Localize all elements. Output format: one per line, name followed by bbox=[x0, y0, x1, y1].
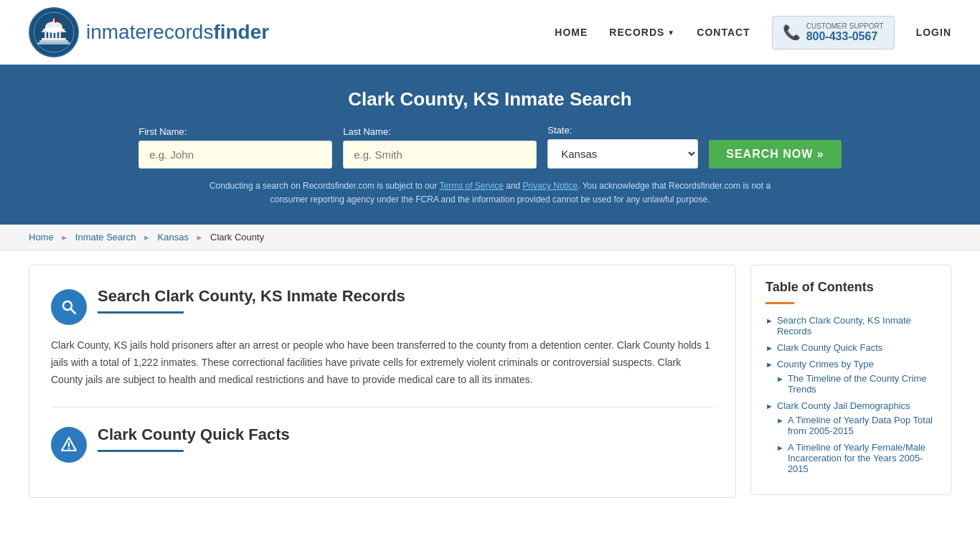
toc-link-2[interactable]: ► Clark County Quick Facts bbox=[765, 342, 936, 353]
breadcrumb-sep-3: ► bbox=[196, 233, 204, 242]
toc-link-4-1[interactable]: ► A Timeline of Yearly Data Pop Total fr… bbox=[776, 415, 936, 436]
svg-rect-11 bbox=[42, 38, 66, 40]
toc-link-3[interactable]: ► County Crimes by Type bbox=[765, 359, 936, 369]
section1-divider bbox=[98, 311, 184, 314]
toc-link-4-2[interactable]: ► A Timeline of Yearly Female/Male Incar… bbox=[776, 442, 936, 474]
first-name-label: First Name: bbox=[138, 126, 187, 137]
content-area: Search Clark County, KS Inmate Records C… bbox=[29, 265, 736, 497]
toc-divider bbox=[765, 302, 794, 304]
logo[interactable]: inmaterecordsfinder bbox=[29, 7, 269, 57]
toc-list: ► Search Clark County, KS Inmate Records… bbox=[765, 315, 936, 474]
toc-sub-4: ► A Timeline of Yearly Data Pop Total fr… bbox=[776, 415, 936, 474]
svg-rect-9 bbox=[55, 32, 57, 38]
breadcrumb: Home ► Inmate Search ► Kansas ► Clark Co… bbox=[0, 225, 980, 250]
main-nav: HOME RECORDS ▼ CONTACT 📞 CUSTOMER SUPPOR… bbox=[555, 16, 951, 50]
search-form: First Name: Last Name: State: Kansas Ala… bbox=[29, 125, 951, 169]
first-name-group: First Name: bbox=[138, 126, 332, 169]
customer-support-box: 📞 CUSTOMER SUPPORT 800-433-0567 bbox=[772, 16, 895, 50]
section2-header: Clark County Quick Facts bbox=[51, 425, 714, 465]
svg-rect-7 bbox=[48, 32, 50, 38]
svg-line-17 bbox=[71, 309, 75, 314]
toc-item-1: ► Search Clark County, KS Inmate Records bbox=[765, 315, 936, 336]
state-group: State: Kansas Alabama Alaska Arizona Cal… bbox=[547, 125, 698, 169]
site-header: inmaterecordsfinder HOME RECORDS ▼ CONTA… bbox=[0, 0, 980, 67]
logo-icon bbox=[29, 7, 79, 57]
nav-records[interactable]: RECORDS ▼ bbox=[609, 27, 675, 38]
magnifier-icon bbox=[60, 298, 77, 316]
hero-title: Clark County, KS Inmate Search bbox=[29, 88, 951, 110]
section-separator bbox=[51, 407, 714, 408]
toc-link-4[interactable]: ► Clark County Jail Demographics bbox=[765, 400, 936, 411]
section2: Clark County Quick Facts bbox=[51, 425, 714, 465]
nav-home[interactable]: HOME bbox=[555, 27, 588, 38]
section1-body: Clark County, KS jails hold prisoners af… bbox=[51, 337, 714, 388]
breadcrumb-clark-county: Clark County bbox=[210, 232, 264, 242]
svg-rect-15 bbox=[37, 42, 70, 44]
toc-item-2: ► Clark County Quick Facts bbox=[765, 342, 936, 353]
svg-rect-3 bbox=[45, 27, 62, 29]
toc-item-4-2: ► A Timeline of Yearly Female/Male Incar… bbox=[776, 442, 936, 474]
state-label: State: bbox=[547, 125, 572, 136]
main-content: Search Clark County, KS Inmate Records C… bbox=[0, 250, 980, 512]
alert-icon bbox=[60, 436, 77, 453]
svg-rect-5 bbox=[42, 31, 66, 32]
sidebar: Table of Contents ► Search Clark County,… bbox=[750, 265, 951, 497]
svg-rect-8 bbox=[52, 32, 54, 38]
toc-link-3-1[interactable]: ► The Timeline of the County Crime Trend… bbox=[776, 373, 936, 395]
headphone-icon: 📞 bbox=[783, 24, 801, 41]
first-name-input[interactable] bbox=[138, 141, 332, 169]
breadcrumb-sep-2: ► bbox=[143, 233, 151, 242]
svg-rect-14 bbox=[39, 40, 68, 42]
hero-section: Clark County, KS Inmate Search First Nam… bbox=[0, 67, 980, 225]
support-phone: 800-433-0567 bbox=[806, 30, 884, 43]
breadcrumb-sep-1: ► bbox=[60, 233, 68, 242]
toc-box: Table of Contents ► Search Clark County,… bbox=[750, 265, 951, 495]
toc-sub-3: ► The Timeline of the County Crime Trend… bbox=[776, 373, 936, 395]
nav-contact[interactable]: CONTACT bbox=[697, 27, 750, 38]
breadcrumb-kansas[interactable]: Kansas bbox=[158, 232, 189, 242]
breadcrumb-home[interactable]: Home bbox=[29, 232, 54, 242]
logo-text: inmaterecordsfinder bbox=[86, 21, 269, 44]
toc-item-3: ► County Crimes by Type ► The Timeline o… bbox=[765, 359, 936, 395]
svg-rect-6 bbox=[44, 32, 47, 38]
search-section-icon bbox=[51, 289, 87, 325]
toc-link-1[interactable]: ► Search Clark County, KS Inmate Records bbox=[765, 315, 936, 336]
search-button[interactable]: SEARCH NOW » bbox=[709, 140, 841, 169]
toc-item-4: ► Clark County Jail Demographics ► A Tim… bbox=[765, 400, 936, 474]
hero-disclaimer: Conducting a search on Recordsfinder.com… bbox=[203, 179, 777, 207]
nav-login[interactable]: LOGIN bbox=[916, 27, 951, 38]
toc-item-4-1: ► A Timeline of Yearly Data Pop Total fr… bbox=[776, 415, 936, 436]
alert-section-icon bbox=[51, 427, 87, 463]
section1-title: Search Clark County, KS Inmate Records bbox=[98, 287, 405, 306]
section2-title: Clark County Quick Facts bbox=[98, 425, 290, 444]
svg-rect-10 bbox=[59, 32, 61, 38]
section2-divider bbox=[98, 450, 184, 452]
last-name-group: Last Name: bbox=[343, 126, 537, 169]
breadcrumb-inmate-search[interactable]: Inmate Search bbox=[75, 232, 136, 242]
last-name-input[interactable] bbox=[343, 141, 537, 169]
terms-of-service-link[interactable]: Terms of Service bbox=[440, 181, 504, 191]
state-select[interactable]: Kansas Alabama Alaska Arizona California… bbox=[547, 139, 698, 169]
last-name-label: Last Name: bbox=[343, 126, 390, 137]
section1-header: Search Clark County, KS Inmate Records bbox=[51, 287, 714, 326]
toc-title: Table of Contents bbox=[765, 280, 936, 295]
svg-point-19 bbox=[68, 448, 70, 449]
toc-item-3-1: ► The Timeline of the County Crime Trend… bbox=[776, 373, 936, 395]
svg-rect-12 bbox=[53, 19, 55, 27]
support-label: CUSTOMER SUPPORT bbox=[806, 22, 884, 30]
privacy-notice-link[interactable]: Privacy Notice bbox=[523, 181, 578, 191]
svg-rect-4 bbox=[43, 29, 65, 31]
